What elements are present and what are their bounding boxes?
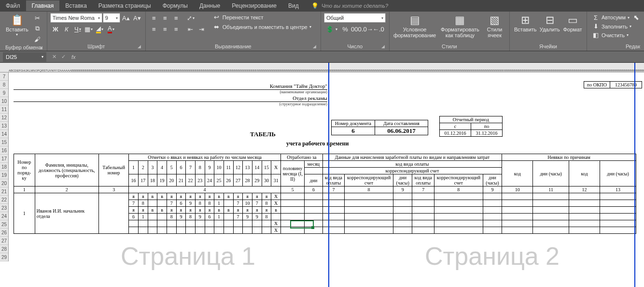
menu-view[interactable]: Вид [282, 0, 305, 11]
tellme-box[interactable]: 💡Что вы хотите сделать? [305, 2, 644, 9]
autosum-label: Автосумм [602, 14, 626, 20]
align-right-button[interactable]: ≡ [171, 24, 182, 34]
cut-button[interactable]: ✂ [32, 13, 43, 23]
dec-decimal-button[interactable]: ←.0 [373, 24, 384, 34]
cond-format-button[interactable]: ▤Условное форматирование [392, 13, 437, 39]
number-launcher[interactable]: ◢ [381, 43, 385, 50]
wrap-text-button[interactable]: ↩Перенести текст [211, 13, 313, 21]
cell-styles-label: Стили ячеек [486, 27, 504, 38]
group-label-number: Число [347, 43, 363, 49]
format-cells-button[interactable]: ▭Формат [561, 13, 584, 33]
name-box[interactable]: DI25▾ [3, 52, 46, 62]
period-to-value: 31.12.2016 [471, 130, 503, 137]
align-top-button[interactable]: ≡ [149, 13, 159, 23]
autosum-button[interactable]: ΣАвтосумм▾⬉ [590, 13, 641, 22]
wrap-label: Перенести текст [223, 14, 264, 20]
cell-styles-button[interactable]: ▧Стили ячеек [483, 13, 506, 39]
fill-color-button[interactable]: ◢▾ [95, 24, 105, 34]
docnum-label: Номер документа [332, 120, 375, 127]
formula-input[interactable] [79, 52, 644, 62]
menu-review[interactable]: Рецензирование [226, 0, 282, 11]
thousands-button[interactable]: 000 [351, 24, 362, 34]
group-label-font: Шрифт [87, 43, 105, 49]
menu-data[interactable]: Данные [194, 0, 226, 11]
shrink-font-button[interactable]: A▾ [132, 13, 142, 23]
format-painter-button[interactable]: 🖌 [32, 34, 43, 44]
insert-cells-button[interactable]: ⊞Вставить [513, 13, 538, 33]
eraser-icon: ◧ [592, 31, 600, 39]
clipboard-launcher[interactable]: ◢ [39, 44, 42, 51]
name-box-value: DI25 [6, 54, 17, 60]
wrap-icon: ↩ [213, 14, 221, 21]
column-headers[interactable]: ABCDEFGHIJKLMNOPQRSTUVWXYZAAAAAABBBBBBBB… [0, 63, 644, 72]
font-family-combo[interactable]: Times New Roma▾ [50, 13, 102, 23]
shrink-font-icon: A▾ [133, 14, 141, 22]
italic-button[interactable]: К [61, 24, 72, 34]
okpo-label: по ОКПО [584, 81, 610, 88]
borders-button[interactable]: ▦▾ [84, 24, 94, 34]
grow-font-button[interactable]: A▴ [121, 13, 131, 23]
menu-file[interactable]: Файл [0, 0, 26, 11]
delete-cells-button[interactable]: ⊟Удалить [538, 13, 562, 33]
align-left-button[interactable]: ≡ [149, 24, 159, 34]
cursor-icon: ⬉ [633, 14, 639, 21]
enter-formula-button[interactable]: ✓ [61, 54, 66, 60]
inc-decimal-button[interactable]: .0→ [362, 24, 373, 34]
insert-cells-icon: ⊞ [521, 14, 530, 27]
align-launcher[interactable]: ◢ [313, 43, 316, 50]
clear-button[interactable]: ◧Очистить▾ [590, 31, 630, 39]
cancel-formula-button[interactable]: ✕ [52, 54, 56, 60]
percent-button[interactable]: % [340, 24, 350, 34]
menu-home[interactable]: Главная [26, 0, 60, 11]
ribbon: 📋Вставить▾ ✂ ⧉ 🖌 Буфер обмена◢ Times New… [0, 12, 644, 51]
fill-handle[interactable] [311, 226, 314, 229]
font-color-icon: A [108, 25, 112, 33]
currency-button[interactable]: 💲▾ [324, 24, 339, 34]
font-size-combo[interactable]: 9▾ [103, 13, 120, 23]
align-bottom-button[interactable]: ≡ [171, 13, 182, 23]
merge-label: Объединить и поместить в центре [223, 24, 308, 30]
tellme-text: Что вы хотите сделать? [322, 3, 388, 9]
tabel-subtitle: учета рабочего времени [286, 140, 349, 147]
menu-insert[interactable]: Вставка [59, 0, 93, 11]
grow-font-icon: A▴ [122, 14, 130, 22]
fx-icon[interactable]: fx [71, 54, 79, 60]
clear-label: Очистить [602, 32, 625, 38]
date-value: 06.06.2017 [375, 127, 428, 135]
tabel-title: ТАБЕЛЬ [250, 130, 276, 138]
indent-inc-button[interactable]: ⇥ [196, 24, 207, 34]
worksheet[interactable]: ABCDEFGHIJKLMNOPQRSTUVWXYZAAAAAABBBBBBBB… [0, 63, 644, 287]
number-format-value: Общий [326, 15, 344, 21]
menu-layout[interactable]: Разметка страницы [93, 0, 157, 11]
group-label-align: Выравнивание [215, 43, 252, 49]
delete-cells-icon: ⊟ [546, 14, 554, 27]
font-launcher[interactable]: ◢ [138, 43, 141, 50]
date-label: Дата составления [375, 120, 428, 127]
fill-down-icon: ⬇ [592, 23, 600, 30]
selected-cell[interactable] [290, 220, 314, 229]
period-from-label: с [440, 123, 471, 130]
indent-dec-button[interactable]: ⇤ [185, 24, 196, 34]
bold-button[interactable]: Ж [50, 24, 61, 34]
fill-button[interactable]: ⬇Заполнить▾ [590, 22, 633, 30]
fill-label: Заполнить [602, 24, 628, 29]
merge-center-button[interactable]: ⬌Объединить и поместить в центре▾ [211, 23, 313, 31]
bucket-icon: ◢ [96, 25, 101, 33]
orientation-button[interactable]: ⤢▾ [185, 13, 196, 23]
timesheet-table: Номер по поряд-куФамилия, инициалы, долж… [14, 154, 636, 234]
align-middle-button[interactable]: ≡ [160, 13, 170, 23]
row-headers[interactable]: 7891011121314151617181920212223242526272… [0, 72, 9, 261]
copy-button[interactable]: ⧉ [32, 24, 43, 33]
align-center-button[interactable]: ≡ [160, 24, 170, 34]
menu-formulas[interactable]: Формулы [157, 0, 194, 11]
merge-icon: ⬌ [213, 23, 221, 30]
font-color-button[interactable]: A▾ [106, 24, 116, 34]
underline-label: Ч [74, 26, 79, 33]
sigma-icon: Σ [592, 14, 600, 21]
number-format-combo[interactable]: Общий▾ [324, 13, 386, 23]
department-note: (структурное подразделение) [14, 102, 327, 106]
insert-cells-label: Вставить [514, 27, 537, 32]
underline-button[interactable]: Ч▾ [72, 24, 83, 34]
format-table-button[interactable]: ▦Форматировать как таблицу [437, 13, 483, 39]
paste-button[interactable]: 📋Вставить▾ [3, 13, 31, 38]
